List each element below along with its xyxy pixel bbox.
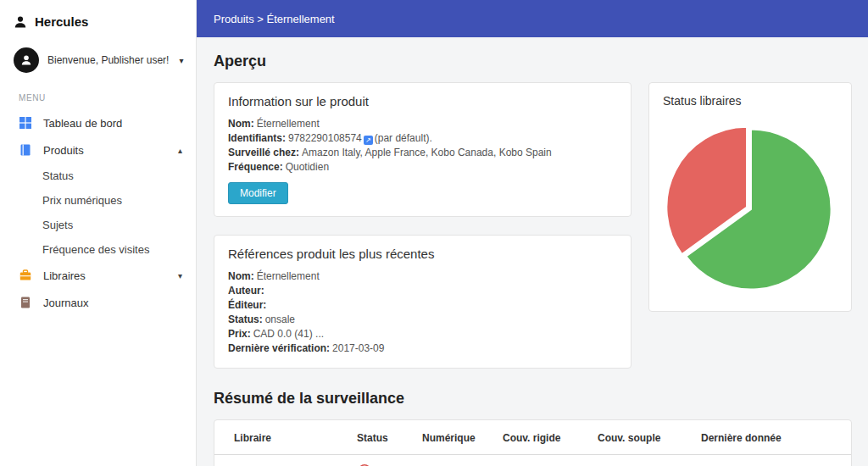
monitoring-table-card: Libraire Status Numérique Couv. rigide C… xyxy=(214,419,852,466)
breadcrumb[interactable]: Produits > Éternellement xyxy=(214,13,335,25)
sidebar-item-produits[interactable]: Produits ▴ xyxy=(0,136,196,164)
welcome-text: Bienvenue, Publisher user! xyxy=(47,54,169,66)
field-suffix: (par défault). xyxy=(375,132,432,144)
latest-references-card: Références produit les plus récentes Nom… xyxy=(214,235,632,369)
dashboard-icon xyxy=(19,116,32,130)
field-label: Éditeur: xyxy=(228,299,266,311)
table-header-row: Libraire Status Numérique Couv. rigide C… xyxy=(214,420,851,455)
field-value: Éternellement xyxy=(257,118,320,130)
chevron-down-icon: ▾ xyxy=(179,56,183,65)
field-label: Dernière vérification: xyxy=(228,342,330,354)
field-value: 2017-03-09 xyxy=(332,342,384,354)
isbn-link-icon[interactable]: ↗ xyxy=(364,136,373,145)
ref-line: Nom:Éternellement xyxy=(228,269,617,284)
col-status: Status xyxy=(350,420,415,455)
field-label: Fréquence: xyxy=(228,161,283,173)
field-label: Identifiants: xyxy=(228,132,286,144)
user-icon xyxy=(14,15,27,29)
sidebar-item-sujets[interactable]: Sujets xyxy=(0,213,196,237)
sidebar-item-label: Libraires xyxy=(43,269,86,282)
sidebar-item-label: Tableau de bord xyxy=(43,117,122,130)
field-label: Nom: xyxy=(228,270,254,282)
table-row: Amazon Canada 2017-05-02 05:01:12 UTC xyxy=(214,455,851,466)
top-header-bar: Produits > Éternellement xyxy=(197,0,868,37)
status-libraires-card: Status libraires xyxy=(648,82,852,312)
sidebar-item-label: Journaux xyxy=(43,297,88,309)
sidebar-item-label: Produits xyxy=(43,144,84,157)
avatar xyxy=(14,47,39,73)
sidebar-item-dashboard[interactable]: Tableau de bord xyxy=(0,109,196,136)
overview-title: Aperçu xyxy=(214,53,852,70)
field-label: Surveillé chez: xyxy=(228,147,299,158)
cell-derniere: 2017-05-02 05:01:12 UTC xyxy=(694,455,851,466)
field-value: onsale xyxy=(265,313,295,325)
cell-libraire: Amazon Canada xyxy=(214,455,350,466)
monitoring-table: Libraire Status Numérique Couv. rigide C… xyxy=(214,420,851,466)
field-value: Quotidien xyxy=(286,161,329,173)
main-area: Produits > Éternellement Aperçu Informat… xyxy=(197,0,868,466)
product-info-card: Information sur le produit Nom:Éternelle… xyxy=(214,82,632,217)
field-label: Nom: xyxy=(228,118,254,130)
chevron-down-icon: ▾ xyxy=(178,271,182,280)
sidebar-item-frequence-visites[interactable]: Fréquence des visites xyxy=(0,237,196,262)
product-monitored-line: Surveillé chez:Amazon Italy, Apple Franc… xyxy=(228,146,617,160)
store-icon xyxy=(19,269,32,282)
monitoring-title: Résumé de la surveillance xyxy=(214,390,852,408)
sidebar: Hercules Bienvenue, Publisher user! ▾ ME… xyxy=(0,0,197,466)
ref-line: Éditeur: xyxy=(228,298,617,313)
status-pie xyxy=(663,119,839,299)
col-derniere-donnee: Dernière donnée xyxy=(694,420,851,455)
field-value: CAD 0.0 (41) ... xyxy=(253,328,324,340)
product-frequency-line: Fréquence:Quotidien xyxy=(228,160,617,175)
cell-numerique xyxy=(415,455,496,466)
book-icon xyxy=(19,143,32,157)
col-libraire: Libraire xyxy=(214,420,350,455)
sidebar-item-journaux[interactable]: Journaux xyxy=(0,289,196,316)
col-numerique: Numérique xyxy=(415,420,496,455)
col-couv-souple: Couv. souple xyxy=(591,420,694,455)
ref-line: Dernière vérification:2017-03-09 xyxy=(228,341,617,356)
ref-line: Prix:CAD 0.0 (41) ... xyxy=(228,327,617,341)
col-couv-rigide: Couv. rigide xyxy=(496,420,591,455)
brand-label: Hercules xyxy=(35,14,88,29)
card-title: Références produit les plus récentes xyxy=(228,247,617,261)
field-label: Auteur: xyxy=(228,285,264,297)
sidebar-item-prix-numeriques[interactable]: Prix numériques xyxy=(0,188,196,213)
edit-button[interactable]: Modifier xyxy=(228,182,288,204)
card-title: Information sur le produit xyxy=(228,94,617,108)
field-value: 9782290108574 xyxy=(288,132,362,144)
menu-section-label: MENU xyxy=(0,83,196,109)
cell-couv-rigide xyxy=(496,455,591,466)
sidebar-item-libraires[interactable]: Libraires ▾ xyxy=(0,262,196,289)
field-label: Status: xyxy=(228,313,263,325)
journal-icon xyxy=(19,296,32,309)
cell-status xyxy=(350,455,415,466)
cell-couv-souple xyxy=(591,455,694,466)
pie-chart xyxy=(663,116,839,299)
chevron-up-icon: ▴ xyxy=(178,146,182,155)
ref-line: Status:onsale xyxy=(228,313,617,327)
field-label: Prix: xyxy=(228,328,251,340)
field-value: Éternellement xyxy=(257,270,320,282)
product-name-line: Nom:Éternellement xyxy=(228,117,617,131)
produits-submenu: Status Prix numériques Sujets Fréquence … xyxy=(0,164,196,262)
sidebar-item-status[interactable]: Status xyxy=(0,164,196,188)
ref-line: Auteur: xyxy=(228,284,617,298)
product-id-line: Identifiants:9782290108574↗(par défault)… xyxy=(228,131,617,146)
content: Aperçu Information sur le produit Nom:Ét… xyxy=(197,37,868,466)
field-value: Amazon Italy, Apple France, Kobo Canada,… xyxy=(302,147,552,158)
brand[interactable]: Hercules xyxy=(0,0,196,39)
chart-title: Status libraires xyxy=(663,94,839,108)
user-menu[interactable]: Bienvenue, Publisher user! ▾ xyxy=(0,39,196,83)
